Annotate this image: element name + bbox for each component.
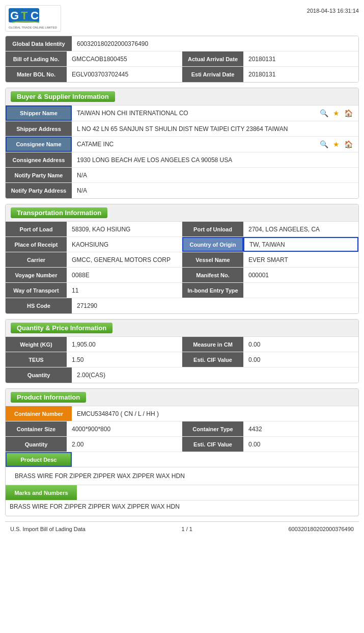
vessel-value: EVER SMART [243,252,358,267]
transportation-header: Transportation Information [6,204,358,222]
manifest-value: 000001 [243,268,358,282]
product-desc-spacer [72,452,358,467]
shipper-name-row: Shipper Name TAIWAN HON CHI INTERNATIONA… [6,106,358,121]
product-qty-label: Quantity [6,437,67,452]
way-value: 11 [67,283,182,298]
consignee-name-text: CATAME INC [77,141,114,148]
port-unload-value: 2704, LOS ANGELES, CA [243,222,358,236]
shipper-name-with-icons: TAIWAN HON CHI INTERNATIONAL CO 🔍 ★ 🏠 [77,108,353,118]
mater-bol-value: EGLV003703702445 [67,67,182,82]
port-unload-right: Port of Unload 2704, LOS ANGELES, CA [182,222,358,236]
quantity-value: 2.00(CAS) [72,367,358,383]
voyage-manifest-row: Voyage Number 0088E Manifest No. 000001 [6,268,358,283]
home-icon[interactable]: 🏠 [343,139,353,149]
way-label: Way of Transport [6,283,67,298]
receipt-value: KAOHSIUNG [67,237,182,252]
port-load-left: Port of Load 58309, KAO HSIUNG [6,222,182,236]
star-icon[interactable]: ★ [331,139,341,149]
container-type-value: 4432 [243,421,358,436]
container-size-label: Container Size [6,421,67,436]
svg-text:C: C [31,9,39,22]
star-icon[interactable]: ★ [331,108,341,118]
container-size-value: 4000*900*800 [67,421,182,436]
port-unload-label: Port of Unload [182,222,243,236]
logo-area: G T C GLOBAL TRADE ONLINE LIMITED [5,5,61,32]
shipper-icons: 🔍 ★ 🏠 [319,108,353,118]
container-type-right: Container Type 4432 [182,421,358,436]
buyer-supplier-card: Buyer & Supplier Information Shipper Nam… [5,88,359,199]
shipper-address-value: L NO 42 LN 65 SANJUN ST SHULIN DIST NEW … [72,121,358,136]
esti-arrival-label: Esti Arrival Date [182,67,243,82]
notify-name-row: Notify Party Name N/A [6,168,358,183]
marks-value-row: BRASS WIRE FOR ZIPPER ZIPPER WAX ZIPPER … [6,500,358,516]
weight-value: 1,905.00 [67,337,182,352]
vessel-right: Vessel Name EVER SMART [182,252,358,267]
search-icon[interactable]: 🔍 [319,139,329,149]
notify-address-label: Notify Party Address [6,183,72,198]
buyer-supplier-header: Buyer & Supplier Information [6,88,358,106]
consignee-icons: 🔍 ★ 🏠 [319,139,353,149]
quantity-row: Quantity 2.00(CAS) [6,367,358,383]
home-icon[interactable]: 🏠 [343,108,353,118]
consignee-address-value: 1930 LONG BEACH AVE LOS ANGELES CA 90058… [72,152,358,167]
product-title: Product Information [11,392,86,403]
esti-cif-label: Esti. CIF Value [182,352,243,367]
container-type-label: Container Type [182,421,243,436]
way-inbond-row: Way of Transport 11 In-bond Entry Type [6,283,358,298]
port-load-value: 58309, KAO HSIUNG [67,222,182,236]
product-desc-value-row: BRASS WIRE FOR ZIPPER ZIPPER WAX ZIPPER … [6,467,358,485]
svg-text:G: G [10,9,19,22]
notify-name-label: Notify Party Name [6,168,72,182]
consignee-name-with-icons: CATAME INC 🔍 ★ 🏠 [77,139,353,149]
transportation-card: Transportation Information Port of Load … [5,204,359,314]
global-data-value: 600320180202000376490 [72,36,358,51]
hs-code-label: HS Code [6,298,72,313]
voyage-left: Voyage Number 0088E [6,268,182,282]
weight-left: Weight (KG) 1,905.00 [6,337,182,352]
actual-arrival-value: 20180131 [243,51,358,66]
product-cif-right: Esti. CIF Value 0.00 [182,437,358,452]
receipt-label: Place of Receipt [6,237,67,252]
footer-right: 600320180202000376490 [289,526,354,532]
voyage-label: Voyage Number [6,268,67,282]
product-desc-label-row: Product Desc [6,452,358,467]
teus-left: TEUS 1.50 [6,352,182,367]
transportation-title: Transportation Information [11,207,107,218]
quantity-price-header: Quantity & Price Information [6,320,358,337]
product-qty-cif-row: Quantity 2.00 Esti. CIF Value 0.00 [6,437,358,452]
bol-label: Bill of Lading No. [6,51,67,66]
product-cif-label: Esti. CIF Value [182,437,243,452]
product-card: Product Information Container Number EMC… [5,388,359,516]
hs-code-row: HS Code 271290 [6,298,358,313]
consignee-address-label: Consignee Address [6,152,72,167]
product-desc-label: Product Desc [6,452,72,467]
notify-name-value: N/A [72,168,358,182]
consignee-name-label: Consignee Name [6,137,72,152]
teus-label: TEUS [6,352,67,367]
consignee-name-row: Consignee Name CATAME INC 🔍 ★ 🏠 [6,137,358,152]
esti-cif-value: 0.00 [243,352,358,367]
shipper-address-label: Shipper Address [6,121,72,136]
quantity-price-card: Quantity & Price Information Weight (KG)… [5,319,359,383]
bol-row: Bill of Lading No. GMCCAOB1800455 Actual… [6,51,358,67]
timestamp: 2018-04-13 16:31:14 [307,5,359,14]
receipt-left: Place of Receipt KAOHSIUNG [6,237,182,252]
origin-value: TW, TAIWAN [243,237,358,252]
way-left: Way of Transport 11 [6,283,182,298]
global-data-label: Global Data Identity [6,36,72,51]
bol-left: Bill of Lading No. GMCCAOB1800455 [6,51,182,66]
esti-cif-right: Esti. CIF Value 0.00 [182,352,358,367]
weight-label: Weight (KG) [6,337,67,352]
product-qty-left: Quantity 2.00 [6,437,182,452]
inbond-value [243,283,358,298]
search-icon[interactable]: 🔍 [319,108,329,118]
notify-address-value: N/A [72,183,358,198]
container-size-type-row: Container Size 4000*900*800 Container Ty… [6,421,358,437]
marks-value: BRASS WIRE FOR ZIPPER ZIPPER WAX ZIPPER … [6,500,358,516]
svg-text:GLOBAL TRADE ONLINE LIMITED: GLOBAL TRADE ONLINE LIMITED [9,26,58,29]
inbond-right: In-bond Entry Type [182,283,358,298]
shipper-name-label: Shipper Name [6,106,72,121]
marks-label: Marks and Numbers [6,485,77,500]
marks-label-row: Marks and Numbers [6,485,358,500]
carrier-label: Carrier [6,252,67,267]
